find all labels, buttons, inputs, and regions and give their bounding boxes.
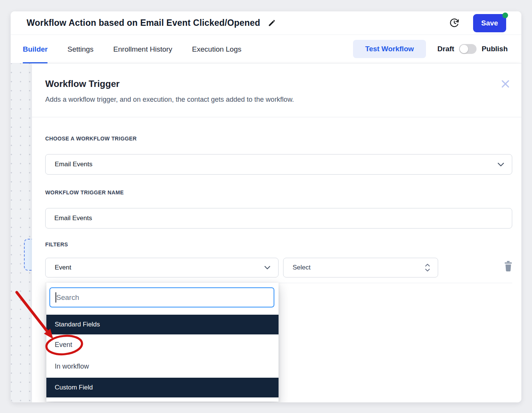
title-bar: Workflow Action based on Email Event Cli… bbox=[11, 11, 521, 35]
tab-bar-controls: Test Workflow Draft Publish bbox=[353, 40, 508, 58]
dropdown-item-event[interactable]: Event bbox=[46, 334, 279, 355]
trigger-name-label: WORKFLOW TRIGGER NAME bbox=[45, 189, 124, 195]
save-button-label: Save bbox=[481, 19, 498, 27]
pencil-icon bbox=[268, 19, 276, 27]
filter-value-select[interactable]: Select bbox=[283, 258, 438, 277]
publish-toggle[interactable] bbox=[459, 44, 477, 54]
draft-label: Draft bbox=[437, 45, 454, 53]
tab-builder[interactable]: Builder bbox=[23, 35, 48, 63]
filter-field-select[interactable]: Event bbox=[45, 258, 279, 277]
test-workflow-button[interactable]: Test Workflow bbox=[353, 40, 426, 58]
dropdown-item-in-workflow[interactable]: In workflow bbox=[46, 355, 279, 378]
app-window: Workflow Action based on Email Event Cli… bbox=[11, 11, 521, 402]
panel-title: Workflow Trigger bbox=[45, 79, 120, 89]
workflow-canvas bbox=[11, 63, 32, 402]
publish-label: Publish bbox=[481, 45, 508, 53]
choose-trigger-label: CHOOSE A WORKFLOW TRIGGER bbox=[45, 136, 137, 142]
tab-bar: Builder Settings Enrollment History Exec… bbox=[11, 35, 521, 63]
trigger-type-value: Email Events bbox=[46, 161, 92, 168]
filter-value-placeholder: Select bbox=[283, 264, 310, 271]
title-actions: Save bbox=[449, 14, 506, 32]
trigger-name-input[interactable] bbox=[45, 208, 512, 229]
close-panel-button[interactable] bbox=[500, 79, 511, 89]
delete-filter-button[interactable] bbox=[504, 261, 513, 273]
tab-execution-logs[interactable]: Execution Logs bbox=[192, 35, 241, 63]
filters-label: FILTERS bbox=[45, 241, 68, 247]
dropdown-group-standard-fields: Standard Fields bbox=[46, 315, 279, 334]
dropdown-search bbox=[49, 287, 274, 307]
edit-title-button[interactable] bbox=[268, 19, 276, 27]
workflow-trigger-panel: Workflow Trigger Adds a workflow trigger… bbox=[32, 63, 521, 402]
save-button[interactable]: Save bbox=[473, 14, 506, 32]
chevron-down-icon bbox=[497, 162, 504, 167]
tab-settings[interactable]: Settings bbox=[67, 35, 93, 63]
history-button[interactable] bbox=[449, 18, 459, 28]
search-input[interactable] bbox=[49, 287, 274, 307]
filter-field-dropdown: Standard Fields Event In workflow Custom… bbox=[46, 283, 279, 402]
trash-icon bbox=[504, 261, 513, 272]
history-clock-icon bbox=[449, 18, 459, 28]
filter-field-value: Event bbox=[46, 264, 71, 271]
unsaved-changes-badge bbox=[502, 13, 508, 18]
divider bbox=[32, 117, 521, 117]
page-title: Workflow Action based on Email Event Cli… bbox=[27, 18, 260, 28]
publish-toggle-knob bbox=[460, 45, 468, 53]
chevron-down-icon bbox=[264, 266, 271, 270]
dropdown-group-custom-field: Custom Field bbox=[46, 378, 279, 397]
text-cursor bbox=[55, 292, 56, 303]
trigger-type-select[interactable]: Email Events bbox=[45, 154, 512, 175]
close-icon bbox=[500, 79, 511, 89]
tab-enrollment-history[interactable]: Enrollment History bbox=[113, 35, 172, 63]
chevron-up-down-icon bbox=[425, 263, 430, 272]
panel-description: Adds a workflow trigger, and on executio… bbox=[45, 96, 294, 104]
